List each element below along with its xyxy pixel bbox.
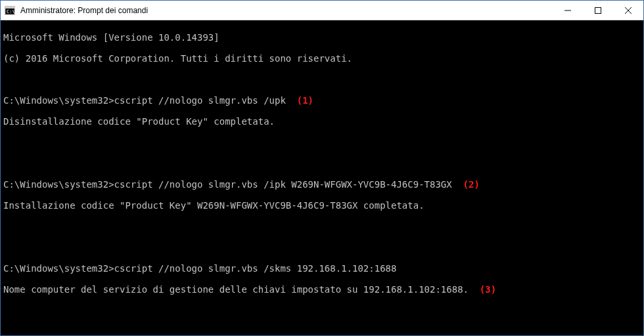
annotation-3: (3) — [469, 284, 496, 295]
close-icon — [625, 7, 632, 14]
blank-line — [3, 242, 641, 253]
console-output: Disinstallazione codice "Product Key" co… — [3, 116, 641, 127]
blank-line — [3, 326, 641, 335]
maximize-icon — [595, 7, 601, 14]
maximize-button[interactable] — [583, 1, 613, 20]
annotation-2: (2) — [452, 179, 480, 190]
console-line: Microsoft Windows [Versione 10.0.14393] — [3, 32, 641, 43]
console-output: Nome computer del servizio di gestione d… — [3, 284, 469, 295]
close-button[interactable] — [613, 1, 643, 20]
console-line: (c) 2016 Microsoft Corporation. Tutti i … — [3, 53, 641, 64]
window-title: Amministratore: Prompt dei comandi — [19, 6, 553, 15]
blank-line — [3, 305, 641, 316]
command-text: cscript //nologo slmgr.vbs /ipk W269N-WF… — [114, 179, 452, 190]
command-text: cscript //nologo slmgr.vbs /upk — [114, 95, 286, 106]
command-prompt-window: C:\ Amministratore: Prompt dei comandi M… — [0, 0, 644, 336]
window-controls — [553, 1, 643, 20]
blank-line — [3, 221, 641, 232]
blank-line — [3, 137, 641, 148]
console-output: Installazione codice "Product Key" W269N… — [3, 200, 641, 211]
prompt: C:\Windows\system32> — [3, 263, 114, 274]
titlebar[interactable]: C:\ Amministratore: Prompt dei comandi — [1, 1, 643, 20]
prompt: C:\Windows\system32> — [3, 179, 114, 190]
svg-text:C:\: C:\ — [7, 9, 15, 14]
console-area[interactable]: Microsoft Windows [Versione 10.0.14393] … — [1, 20, 643, 335]
svg-rect-4 — [595, 7, 601, 13]
blank-line — [3, 74, 641, 85]
minimize-button[interactable] — [553, 1, 583, 20]
blank-line — [3, 158, 641, 169]
console-line: Nome computer del servizio di gestione d… — [3, 284, 641, 295]
svg-rect-1 — [5, 7, 14, 9]
console-line: C:\Windows\system32>cscript //nologo slm… — [3, 263, 641, 274]
app-icon: C:\ — [1, 5, 19, 16]
console-line: C:\Windows\system32>cscript //nologo slm… — [3, 95, 641, 106]
prompt: C:\Windows\system32> — [3, 95, 114, 106]
annotation-1: (1) — [286, 95, 313, 106]
command-text: cscript //nologo slmgr.vbs /skms 192.168… — [114, 263, 397, 274]
minimize-icon — [564, 7, 571, 14]
console-line: C:\Windows\system32>cscript //nologo slm… — [3, 179, 641, 190]
